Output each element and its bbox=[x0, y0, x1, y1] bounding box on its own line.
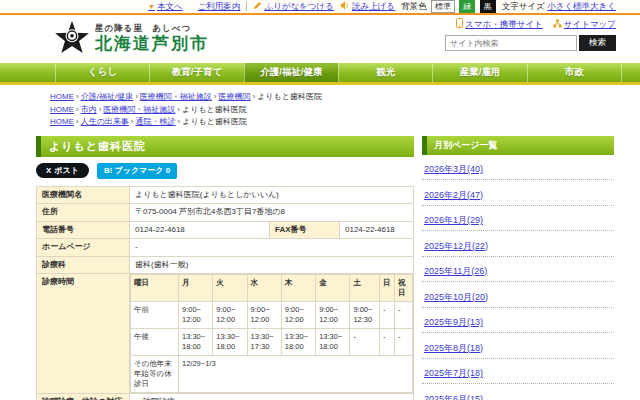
breadcrumb-link[interactable]: 医療機関・福祉施設 bbox=[103, 105, 175, 114]
nav-education[interactable]: 教育/子育て bbox=[149, 63, 243, 82]
row-label: 診療科 bbox=[37, 256, 130, 274]
month-link[interactable]: 2025年9月(13) bbox=[424, 317, 483, 327]
breadcrumb: HOME介護/福祉/健康医療機関・福祉施設医療機関よりもと歯科医院 HOME市内… bbox=[0, 85, 640, 134]
month-link[interactable]: 2025年7月(18) bbox=[424, 368, 483, 378]
clinic-name-value: よりもと歯科医院(よりもとしかいいん) bbox=[130, 186, 414, 204]
divider bbox=[246, 2, 247, 11]
month-link[interactable]: 2025年6月(15) bbox=[424, 394, 483, 400]
breadcrumb-link[interactable]: HOME bbox=[50, 117, 74, 126]
x-post-button[interactable]: Xポスト bbox=[36, 163, 89, 178]
site-guide-link[interactable]: ご利用案内 bbox=[198, 1, 241, 13]
hours-header-row: 曜日 月 火 水 木 金 土 日 祝日 bbox=[131, 275, 413, 302]
list-item: 2025年9月(13) bbox=[422, 308, 614, 334]
bg-black-button[interactable]: 黒 bbox=[480, 0, 496, 13]
breadcrumb-link[interactable]: HOME bbox=[50, 105, 74, 114]
month-link[interactable]: 2026年2月(47) bbox=[424, 190, 483, 200]
breadcrumb-link[interactable]: 人生の出来事 bbox=[81, 117, 129, 126]
list-item: 2025年12月(22) bbox=[422, 231, 614, 257]
logo-text: 星の降る里 あしべつ 北海道芦別市 bbox=[95, 23, 209, 53]
row-label: ホームページ bbox=[37, 239, 130, 257]
bg-standard-button[interactable]: 標準 bbox=[431, 0, 455, 13]
hours-holiday-row: その他年末年始等の休診日 12/29~1/3 bbox=[131, 356, 413, 393]
nav-kurashi[interactable]: くらし bbox=[55, 63, 149, 82]
month-link[interactable]: 2025年8月(18) bbox=[424, 343, 483, 353]
phone-value: 0124-22-4618 bbox=[130, 221, 270, 239]
skip-to-content-link[interactable]: ▼本文へ bbox=[148, 1, 183, 13]
nav-industry[interactable]: 産業/雇用 bbox=[432, 63, 526, 82]
holiday-label: その他年末年始等の休診日 bbox=[131, 356, 179, 393]
down-arrow-icon: ▼ bbox=[148, 3, 155, 10]
search-input[interactable] bbox=[445, 35, 577, 51]
hatena-bookmark-button[interactable]: B! ブックマーク 0 bbox=[97, 163, 177, 179]
nav-city-gov[interactable]: 市政 bbox=[527, 63, 622, 82]
monthly-page-list: 2026年3月(40) 2026年2月(47) 2026年1月(29) 2025… bbox=[422, 155, 614, 400]
row-label: 電話番号 bbox=[37, 221, 130, 239]
bg-green-button[interactable]: 緑 bbox=[459, 0, 475, 13]
font-standard-link[interactable]: 標準 bbox=[573, 1, 590, 11]
table-row: 診療科 歯科(歯科一般) bbox=[37, 256, 414, 274]
site-logo[interactable]: 星の降る里 あしべつ 北海道芦別市 bbox=[54, 20, 209, 56]
table-row: 住所 〒075-0004 芦別市北4条西3丁目7番地の8 bbox=[37, 204, 414, 222]
pencil-icon bbox=[253, 1, 262, 10]
list-item: 2025年7月(18) bbox=[422, 359, 614, 385]
breadcrumb-link[interactable]: 介護/福祉/健康 bbox=[81, 92, 133, 101]
row-label: 医療機関名 bbox=[37, 186, 130, 204]
breadcrumb-separator bbox=[76, 91, 79, 104]
row-label: 住所 bbox=[37, 204, 130, 222]
font-larger-link[interactable]: 大きく bbox=[590, 1, 616, 11]
table-row: 訪問診療・往診の対応状況 ・訪問診療 日曜・祝日以外の診療時間後 bbox=[37, 394, 414, 400]
department-value: 歯科(歯科一般) bbox=[130, 256, 414, 274]
mobile-phone-icon bbox=[456, 18, 463, 28]
homepage-value: - bbox=[130, 239, 414, 257]
breadcrumb-link[interactable]: 市内 bbox=[81, 105, 97, 114]
nav-tourism[interactable]: 観光 bbox=[338, 63, 432, 82]
speaker-icon bbox=[340, 1, 350, 10]
monthly-pages-heading: 月別ページ一覧 bbox=[422, 136, 614, 155]
star-emblem-icon bbox=[54, 20, 90, 56]
read-aloud-link[interactable]: 読み上げる bbox=[340, 1, 395, 13]
site-search: 検索 bbox=[445, 35, 616, 51]
breadcrumb-link[interactable]: 医療機関 bbox=[218, 92, 250, 101]
mobile-site-link[interactable]: スマホ・携帯サイト bbox=[456, 18, 543, 31]
breadcrumb-link[interactable]: HOME bbox=[50, 92, 74, 101]
sidebar: 月別ページ一覧 2026年3月(40) 2026年2月(47) 2026年1月(… bbox=[422, 136, 614, 400]
sitemap-link[interactable]: サイトマップ bbox=[553, 19, 616, 31]
breadcrumb-link[interactable]: 医療機関・福祉施設 bbox=[140, 92, 212, 101]
month-link[interactable]: 2025年12月(22) bbox=[424, 241, 488, 251]
table-row: 医療機関名 よりもと歯科医院(よりもとしかいいん) bbox=[37, 186, 414, 204]
breadcrumb-current: よりもと歯科医院 bbox=[182, 105, 247, 114]
month-link[interactable]: 2026年3月(40) bbox=[424, 164, 483, 174]
address-value: 〒075-0004 芦別市北4条西3丁目7番地の8 bbox=[130, 204, 414, 222]
breadcrumb-current: よりもと歯科医院 bbox=[257, 92, 322, 101]
x-icon: X bbox=[46, 166, 51, 175]
site-header: 星の降る里 あしべつ 北海道芦別市 スマホ・携帯サイト サイトマップ 検索 bbox=[0, 15, 640, 63]
city-name: 北海道芦別市 bbox=[95, 35, 209, 53]
list-item: 2026年1月(29) bbox=[422, 206, 614, 232]
table-row: 電話番号 0124-22-4618 FAX番号 0124-22-4618 bbox=[37, 221, 414, 239]
share-buttons: Xポスト B! ブックマーク 0 bbox=[36, 163, 414, 179]
breadcrumb-link[interactable]: 通院・検診 bbox=[136, 117, 176, 126]
font-size-group: 文字サイズ 小さく標準大きく bbox=[502, 1, 616, 13]
row-label: 訪問診療・往診の対応状況 bbox=[37, 394, 130, 400]
list-item: 2026年3月(40) bbox=[422, 155, 614, 181]
list-item: 2025年8月(18) bbox=[422, 333, 614, 359]
font-smaller-link[interactable]: 小さく bbox=[547, 1, 573, 11]
list-item: 2025年11月(26) bbox=[422, 257, 614, 283]
furigana-link[interactable]: ふりがなをつける bbox=[253, 1, 334, 13]
breadcrumb-current: よりもと歯科医院 bbox=[182, 117, 247, 126]
month-link[interactable]: 2025年11月(26) bbox=[424, 266, 487, 276]
breadcrumb-line-1: HOME介護/福祉/健康医療機関・福祉施設医療機関よりもと歯科医院 bbox=[50, 91, 640, 104]
opening-hours-table: 曜日 月 火 水 木 金 土 日 祝日 午前 9:00~ 12:00 bbox=[130, 274, 413, 393]
font-size-label: 文字サイズ bbox=[502, 1, 545, 11]
hours-am-row: 午前 9:00~ 12:00 9:00~ 12:00 9:00~ 12:00 9… bbox=[131, 302, 413, 329]
table-row: ホームページ - bbox=[37, 239, 414, 257]
visit-care-value: ・訪問診療 日曜・祝日以外の診療時間後 bbox=[130, 394, 414, 400]
nav-welfare-health[interactable]: 介護/福祉/健康 bbox=[244, 63, 338, 82]
list-item: 2026年2月(47) bbox=[422, 180, 614, 206]
month-link[interactable]: 2025年10月(20) bbox=[424, 292, 488, 302]
search-button[interactable]: 検索 bbox=[579, 35, 616, 51]
fax-value: 0124-22-4618 bbox=[340, 221, 414, 239]
bg-color-group: 背景色 標準 緑 黒 bbox=[401, 0, 496, 13]
month-link[interactable]: 2026年1月(29) bbox=[424, 215, 483, 225]
skip-label: 本文へ bbox=[157, 1, 183, 13]
